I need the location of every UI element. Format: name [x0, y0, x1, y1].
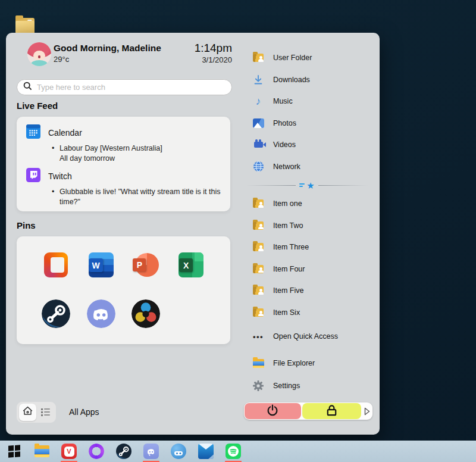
pin-powerpoint[interactable]: P [131, 251, 160, 279]
quick-link-label: Downloads [273, 76, 310, 84]
pin-davinci-resolve[interactable] [131, 299, 160, 328]
pinned-folder-label: Item one [273, 199, 302, 208]
quick-link-downloads[interactable]: Downloads [244, 69, 372, 91]
session-expand-arrow[interactable] [362, 407, 372, 416]
pin-excel[interactable]: X [177, 251, 205, 279]
search-bar[interactable] [17, 79, 232, 95]
start-button[interactable] [7, 444, 22, 459]
pinned-folder-item[interactable]: Item one [244, 193, 372, 215]
open-quick-access-button[interactable]: ••• Open Quick Access [244, 326, 372, 348]
file-explorer-icon [252, 359, 265, 368]
search-input[interactable] [37, 83, 226, 92]
download-arrow-icon [252, 74, 265, 85]
taskbar-mail[interactable] [198, 444, 214, 459]
twitch-icon [26, 168, 40, 185]
start-menu-left-column: Good Morning, Madeline 29°c 1:14pm 3/1/2… [17, 33, 232, 435]
greeting-text: Good Morning, Madeline [54, 43, 161, 54]
feed-calendar-row[interactable]: Calendar [26, 126, 221, 140]
powerpoint-letter: P [133, 258, 146, 271]
calendar-when-text: All day tomorrow [60, 154, 115, 163]
date-text: 3/1/2020 [195, 55, 232, 64]
menu-action-label: Open Quick Access [273, 332, 338, 341]
start-menu-panel: Good Morning, Madeline 29°c 1:14pm 3/1/2… [6, 33, 380, 435]
feed-twitch-row[interactable]: Twitch [26, 169, 221, 183]
feed-calendar-body: Labour Day [Western Australia] All day t… [52, 143, 221, 164]
office-icon [44, 252, 68, 277]
quick-links-group: User Folder Downloads ♪ Music Photos [244, 47, 372, 177]
greeting-block: Good Morning, Madeline 29°c [54, 43, 161, 64]
temperature-text: 29°c [54, 55, 161, 64]
search-icon [23, 82, 32, 93]
home-icon [23, 406, 33, 418]
screen: { "header": { "greeting": "Good Morning,… [0, 0, 476, 462]
excel-icon: X [178, 252, 203, 277]
taskbar-purple-ring-app[interactable] [89, 444, 104, 459]
avatar-clothes [31, 60, 48, 66]
discord-icon [87, 299, 115, 330]
franz-icon [171, 444, 186, 459]
word-icon: W [89, 252, 114, 277]
power-icon [266, 404, 279, 419]
quick-link-user-folder[interactable]: User Folder [244, 47, 372, 69]
feed-calendar-source: Calendar [48, 128, 82, 138]
pin-word[interactable]: W [87, 251, 115, 279]
word-letter: W [89, 258, 103, 272]
taskbar-spotify[interactable] [226, 444, 241, 459]
pinned-folder-label: Item Two [273, 221, 303, 230]
start-menu-right-column: User Folder Downloads ♪ Music Photos [244, 33, 372, 435]
pins-grid: W P X [17, 236, 230, 328]
quick-link-music[interactable]: ♪ Music [244, 90, 372, 113]
menu-action-label: Settings [273, 382, 300, 390]
video-camera-icon [252, 142, 265, 148]
user-folder-icon [252, 54, 265, 62]
pinned-folder-item[interactable]: Item Two [244, 215, 372, 237]
pin-office[interactable] [42, 251, 70, 279]
open-quick-access-row: ••• Open Quick Access [244, 326, 372, 348]
taskbar-franz[interactable] [171, 444, 186, 459]
lock-icon [325, 404, 339, 419]
star-icon: ★ [306, 181, 314, 190]
file-explorer-button[interactable]: File Explorer [244, 352, 372, 374]
home-view-button[interactable] [19, 404, 36, 421]
pinned-folder-item[interactable]: Item Five [244, 280, 372, 302]
taskbar-discord[interactable] [143, 444, 159, 459]
power-button[interactable] [245, 403, 301, 419]
user-avatar[interactable] [27, 42, 51, 66]
pin-steam[interactable] [42, 299, 70, 328]
menu-action-label: File Explorer [273, 359, 315, 367]
calendar-icon [26, 124, 40, 141]
quick-link-network[interactable]: Network [244, 156, 372, 178]
lock-button[interactable] [302, 403, 361, 419]
taskbar-file-explorer[interactable] [34, 444, 49, 459]
session-button-bar [244, 402, 372, 420]
photos-icon [252, 118, 265, 128]
taskbar-steam[interactable] [116, 444, 131, 459]
quick-link-label: Videos [273, 141, 296, 149]
taskbar-vivaldi[interactable]: V [61, 444, 77, 459]
quick-link-videos[interactable]: Videos [244, 134, 372, 156]
quick-link-label: User Folder [273, 54, 312, 62]
powerpoint-icon: P [133, 252, 159, 278]
calendar-event-text: Labour Day [Western Australia] [60, 144, 162, 152]
pins-heading: Pins [17, 220, 36, 230]
desktop-folder-icon[interactable] [15, 18, 35, 35]
settings-button[interactable]: Settings [244, 375, 372, 397]
spotify-icon [226, 444, 241, 459]
gear-icon [252, 380, 265, 392]
pinned-folder-label: Item Six [273, 308, 300, 317]
ellipsis-icon: ••• [252, 332, 265, 341]
quick-link-label: Music [273, 97, 293, 105]
pin-discord[interactable] [87, 299, 115, 328]
quick-link-photos[interactable]: Photos [244, 113, 372, 135]
pinned-folder-item[interactable]: Item Four [244, 258, 372, 280]
user-folder-icon [252, 265, 265, 273]
vivaldi-icon: V [61, 444, 77, 459]
pinned-folder-item[interactable]: Item Three [244, 236, 372, 258]
globe-icon [252, 161, 265, 172]
taskbar: V [0, 441, 476, 462]
pinned-folder-item[interactable]: Item Six [244, 302, 372, 324]
feed-twitch-source: Twitch [48, 171, 72, 181]
davinci-resolve-icon [131, 299, 160, 330]
list-view-button[interactable] [37, 404, 54, 421]
settings-row: Settings [244, 375, 372, 397]
